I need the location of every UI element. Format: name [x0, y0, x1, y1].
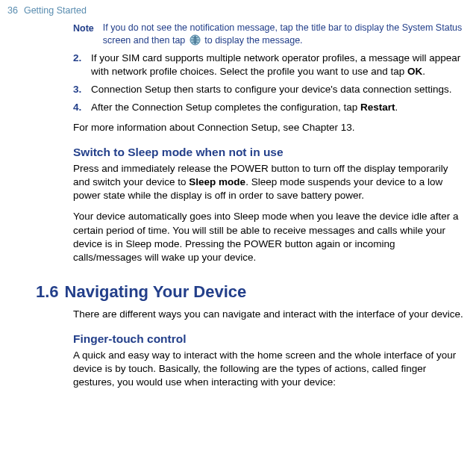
page-number: 36	[7, 4, 18, 17]
step-text-a: If your SIM card supports multiple netwo…	[91, 52, 460, 77]
finger-para: A quick and easy way to interact with th…	[73, 349, 466, 390]
step-number: 4.	[73, 101, 85, 114]
steps-list: 2. If your SIM card supports multiple ne…	[73, 52, 466, 115]
more-info-para: For more information about Connection Se…	[73, 121, 466, 134]
step-text: After the Connection Setup completes the…	[91, 101, 398, 114]
note-text: If you do not see the notification messa…	[103, 22, 466, 47]
step-text: If your SIM card supports multiple netwo…	[91, 52, 466, 78]
step-text: Connection Setup then starts to configur…	[91, 83, 452, 96]
sleep-bold: Sleep mode	[189, 176, 245, 187]
globe-icon	[190, 34, 201, 46]
section-heading: 1.6 Navigating Your Device	[36, 281, 476, 303]
sleep-heading: Switch to Sleep mode when not in use	[73, 145, 466, 161]
step-bold: Restart	[360, 102, 395, 113]
step-bold: OK	[407, 66, 422, 77]
note-block: Note If you do not see the notification …	[73, 22, 466, 47]
step-text-b: .	[395, 102, 398, 113]
section-title: Getting Started	[24, 4, 87, 17]
step-4: 4. After the Connection Setup completes …	[73, 101, 466, 114]
step-text-b: .	[422, 66, 425, 77]
section-number: 1.6	[36, 281, 59, 303]
sleep-para-2: Your device automatically goes into Slee…	[73, 210, 466, 264]
note-text-after: to display the message.	[202, 35, 303, 46]
step-2: 2. If your SIM card supports multiple ne…	[73, 52, 466, 78]
step-number: 2.	[73, 52, 85, 78]
sleep-para-1: Press and immediately release the POWER …	[73, 162, 466, 203]
section-title-main: Navigating Your Device	[65, 281, 247, 303]
page-content: Note If you do not see the notification …	[0, 22, 476, 264]
nav-content: There are different ways you can navigat…	[0, 308, 476, 390]
page-header: 36 Getting Started	[0, 0, 476, 22]
step-number: 3.	[73, 83, 85, 96]
step-text-a: After the Connection Setup completes the…	[91, 102, 360, 113]
finger-heading: Finger-touch control	[73, 332, 466, 347]
nav-intro: There are different ways you can navigat…	[73, 308, 466, 321]
note-label: Note	[73, 22, 94, 47]
step-3: 3. Connection Setup then starts to confi…	[73, 83, 466, 96]
